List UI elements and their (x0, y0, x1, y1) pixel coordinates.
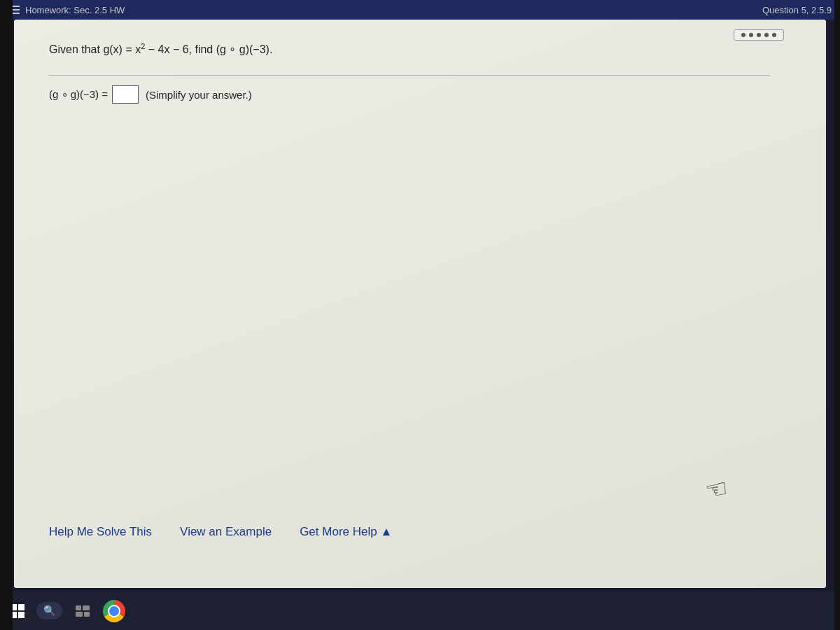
answer-row: (g ∘ g)(−3) = (Simplify your answer.) (49, 75, 770, 104)
search-icon: 🔍 (43, 605, 55, 617)
top-navigation-bar: Homework: Sec. 2.5 HW Question 5, 2.5.9 (0, 0, 840, 20)
taskbar-search-bar[interactable]: 🔍 (36, 602, 62, 620)
svg-rect-0 (76, 606, 81, 610)
answer-input-box[interactable] (112, 85, 139, 104)
main-content-area: Given that g(x) = x2 − 4x − 6, find (g ∘… (14, 20, 826, 588)
svg-rect-3 (84, 612, 90, 617)
right-bezel (834, 0, 840, 630)
password-dot-2 (749, 33, 753, 37)
help-me-solve-button[interactable]: Help Me Solve This (49, 525, 152, 539)
svg-rect-1 (83, 606, 90, 610)
windows-taskbar: 🔍 (0, 592, 840, 630)
question-area: Given that g(x) = x2 − 4x − 6, find (g ∘… (49, 41, 770, 104)
answer-label: (g ∘ g)(−3) = (49, 88, 108, 101)
question-info: Question 5, 2.5.9 (762, 5, 832, 15)
task-view-button[interactable] (71, 599, 94, 623)
view-example-button[interactable]: View an Example (180, 525, 272, 539)
chrome-icon[interactable] (103, 600, 125, 622)
password-dot-5 (772, 33, 776, 37)
task-view-icon (76, 606, 90, 617)
windows-logo-icon (10, 604, 24, 618)
paper-background: Given that g(x) = x2 − 4x − 6, find (g ∘… (14, 20, 826, 588)
cursor-hand-icon: ☜ (704, 473, 731, 506)
simplify-hint: (Simplify your answer.) (146, 89, 252, 101)
page-title: Homework: Sec. 2.5 HW (25, 5, 125, 15)
top-bar-left: Homework: Sec. 2.5 HW (8, 5, 125, 15)
password-dot-1 (741, 33, 746, 37)
get-more-help-button[interactable]: Get More Help ▲ (300, 525, 392, 539)
given-text-part1: Given that g(x) = x2 − 4x − 6, find (g ∘… (49, 43, 272, 55)
password-dot-3 (757, 33, 761, 37)
password-dot-4 (764, 33, 769, 37)
bottom-action-links: Help Me Solve This View an Example Get M… (49, 525, 392, 539)
password-field[interactable] (734, 29, 784, 41)
svg-rect-2 (76, 612, 83, 617)
question-text: Given that g(x) = x2 − 4x − 6, find (g ∘… (49, 41, 770, 58)
left-bezel (0, 0, 13, 630)
